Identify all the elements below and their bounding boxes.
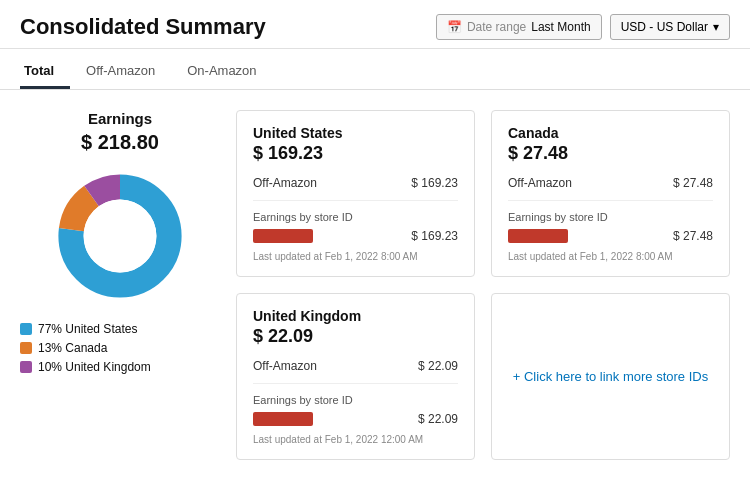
chart-legend: 77% United States 13% Canada 10% United …: [20, 322, 220, 374]
legend-item-ca: 13% Canada: [20, 341, 220, 355]
svg-point-3: [84, 200, 157, 273]
tab-off-amazon[interactable]: Off-Amazon: [82, 53, 171, 89]
card-us-store-value: $ 169.23: [411, 229, 458, 243]
tab-on-amazon[interactable]: On-Amazon: [183, 53, 272, 89]
card-ca-last-updated: Last updated at Feb 1, 2022 8:00 AM: [508, 251, 713, 262]
legend-color-ca: [20, 342, 32, 354]
legend-color-us: [20, 323, 32, 335]
legend-label-uk: 10% United Kingdom: [38, 360, 151, 374]
calendar-icon: 📅: [447, 20, 462, 34]
earnings-panel: Earnings $ 218.80 77% United States 1: [20, 110, 220, 460]
link-more-label: Click here to link more store IDs: [524, 369, 708, 384]
legend-label-us: 77% United States: [38, 322, 137, 336]
card-us-off-amazon-row: Off-Amazon $ 169.23: [253, 176, 458, 190]
earnings-title: Earnings: [20, 110, 220, 127]
card-ca-off-amazon-label: Off-Amazon: [508, 176, 572, 190]
main-content: Earnings $ 218.80 77% United States 1: [0, 90, 750, 480]
card-us-divider: [253, 200, 458, 201]
link-more-text[interactable]: + Click here to link more store IDs: [513, 369, 708, 384]
card-us-total: $ 169.23: [253, 143, 458, 164]
tab-bar: Total Off-Amazon On-Amazon: [0, 53, 750, 90]
earnings-amount: $ 218.80: [20, 131, 220, 154]
date-range-value: Last Month: [531, 20, 590, 34]
date-range-button[interactable]: 📅 Date range Last Month: [436, 14, 602, 40]
header-controls: 📅 Date range Last Month USD - US Dollar …: [436, 14, 730, 40]
card-us-off-amazon-label: Off-Amazon: [253, 176, 317, 190]
card-ca-section-label: Earnings by store ID: [508, 211, 713, 223]
card-uk-store-value: $ 22.09: [418, 412, 458, 426]
card-ca-total: $ 27.48: [508, 143, 713, 164]
card-uk-off-amazon-row: Off-Amazon $ 22.09: [253, 359, 458, 373]
card-uk-section-label: Earnings by store ID: [253, 394, 458, 406]
card-us-last-updated: Last updated at Feb 1, 2022 8:00 AM: [253, 251, 458, 262]
legend-item-us: 77% United States: [20, 322, 220, 336]
card-ca-store-bar-row: $ 27.48: [508, 229, 713, 243]
card-ca-store-bar: [508, 229, 568, 243]
card-uk: United Kingdom $ 22.09 Off-Amazon $ 22.0…: [236, 293, 475, 460]
card-ca-off-amazon-value: $ 27.48: [673, 176, 713, 190]
card-us-store-bar: [253, 229, 313, 243]
card-us-section-label: Earnings by store ID: [253, 211, 458, 223]
card-uk-total: $ 22.09: [253, 326, 458, 347]
header: Consolidated Summary 📅 Date range Last M…: [0, 0, 750, 49]
card-ca-off-amazon-row: Off-Amazon $ 27.48: [508, 176, 713, 190]
card-uk-store-bar: [253, 412, 313, 426]
card-uk-off-amazon-label: Off-Amazon: [253, 359, 317, 373]
currency-label: USD - US Dollar: [621, 20, 708, 34]
link-more-card[interactable]: + Click here to link more store IDs: [491, 293, 730, 460]
card-ca-store-value: $ 27.48: [673, 229, 713, 243]
card-uk-divider: [253, 383, 458, 384]
link-plus-icon: +: [513, 369, 524, 384]
chevron-down-icon: ▾: [713, 20, 719, 34]
date-range-label: Date range: [467, 20, 526, 34]
legend-color-uk: [20, 361, 32, 373]
card-us-store-bar-row: $ 169.23: [253, 229, 458, 243]
tab-total[interactable]: Total: [20, 53, 70, 89]
card-uk-country: United Kingdom: [253, 308, 458, 324]
currency-button[interactable]: USD - US Dollar ▾: [610, 14, 730, 40]
donut-chart: [50, 166, 190, 306]
card-uk-off-amazon-value: $ 22.09: [418, 359, 458, 373]
card-ca-divider: [508, 200, 713, 201]
card-uk-last-updated: Last updated at Feb 1, 2022 12:00 AM: [253, 434, 458, 445]
legend-item-uk: 10% United Kingdom: [20, 360, 220, 374]
card-us-off-amazon-value: $ 169.23: [411, 176, 458, 190]
cards-area: United States $ 169.23 Off-Amazon $ 169.…: [236, 110, 730, 460]
legend-label-ca: 13% Canada: [38, 341, 107, 355]
card-us: United States $ 169.23 Off-Amazon $ 169.…: [236, 110, 475, 277]
card-uk-store-bar-row: $ 22.09: [253, 412, 458, 426]
card-ca-country: Canada: [508, 125, 713, 141]
page-title: Consolidated Summary: [20, 14, 266, 40]
card-ca: Canada $ 27.48 Off-Amazon $ 27.48 Earnin…: [491, 110, 730, 277]
card-us-country: United States: [253, 125, 458, 141]
